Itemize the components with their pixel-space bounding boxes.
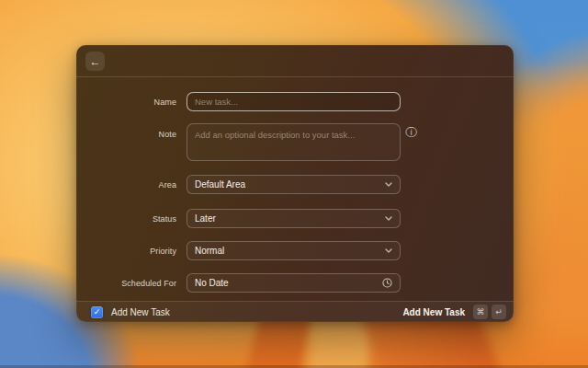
info-icon: ⓘ [405,127,417,139]
dialog-header: ← [76,45,514,77]
priority-label: Priority [76,247,176,256]
back-arrow-icon: ← [90,56,101,67]
checkmark-icon: ✓ [94,308,101,316]
command-glyph: ⌘ [477,308,485,316]
desktop: ← Name Note ⓘ Area Default Area [0,0,588,368]
name-label: Name [76,98,176,107]
priority-select[interactable]: Normal [187,241,401,260]
scheduled-row: Scheduled For No Date [76,273,514,293]
scheduled-label: Scheduled For [76,279,176,288]
add-task-dialog-window: ← Name Note ⓘ Area Default Area [76,45,514,322]
back-button[interactable]: ← [85,52,105,71]
status-select[interactable]: Later [187,209,401,228]
status-row: Status Later [76,209,514,228]
area-select-value: Default Area [195,179,385,190]
return-glyph: ↵ [495,308,503,316]
priority-row: Priority Normal [76,241,514,260]
add-new-task-checkbox[interactable]: ✓ [91,306,103,318]
name-input[interactable] [187,92,401,111]
chevron-down-icon [385,248,392,253]
note-row: Note ⓘ [76,123,514,161]
scheduled-date-picker[interactable]: No Date [187,273,401,293]
status-select-value: Later [195,213,385,224]
dialog-footer: ✓ Add New Task Add New Task ⌘ ↵ [76,301,514,322]
name-row: Name [76,92,514,111]
return-key-icon: ↵ [492,305,506,319]
note-textarea[interactable] [187,123,401,161]
checkbox-label: Add New Task [111,307,170,317]
area-label: Area [76,180,176,190]
clock-icon [382,278,392,288]
area-row: Area Default Area [76,175,514,194]
priority-select-value: Normal [195,246,385,256]
chevron-down-icon [385,216,392,221]
note-label: Note [76,130,176,139]
area-select[interactable]: Default Area [187,175,401,194]
status-label: Status [76,214,176,224]
add-new-task-button[interactable]: Add New Task [402,307,465,317]
chevron-down-icon [385,182,392,187]
scheduled-value: No Date [195,278,382,288]
command-key-icon: ⌘ [473,305,488,319]
